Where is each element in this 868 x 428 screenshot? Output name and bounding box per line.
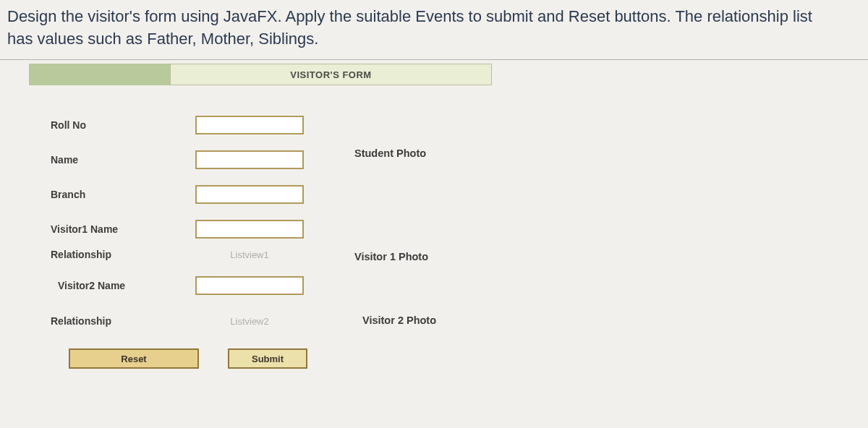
form-header: VISITOR'S FORM bbox=[29, 64, 492, 85]
input-name[interactable] bbox=[195, 150, 304, 169]
label-relationship2: Relationship bbox=[29, 315, 181, 327]
label-student-photo: Student Photo bbox=[354, 147, 426, 159]
reset-button[interactable]: Reset bbox=[69, 348, 199, 369]
label-visitor2-photo: Visitor 2 Photo bbox=[362, 314, 436, 326]
row-branch: Branch bbox=[29, 185, 492, 204]
input-rollno[interactable] bbox=[195, 116, 304, 134]
label-relationship1: Relationship bbox=[29, 249, 181, 260]
question-text: Design the visitor's form using JavaFX. … bbox=[0, 0, 868, 60]
label-visitor2name: Visitor2 Name bbox=[29, 280, 181, 291]
visitor-form: VISITOR'S FORM Roll No Name Branch Visit… bbox=[29, 64, 492, 385]
row-visitor1name: Visitor1 Name bbox=[29, 220, 492, 239]
question-line2: has values such as Father, Mother, Sibli… bbox=[7, 30, 318, 48]
label-rollno: Roll No bbox=[29, 119, 181, 131]
label-visitor1-photo: Visitor 1 Photo bbox=[354, 251, 428, 262]
row-visitor2name: Visitor2 Name bbox=[29, 276, 492, 295]
input-branch[interactable] bbox=[195, 185, 304, 204]
row-rollno: Roll No bbox=[29, 116, 492, 134]
submit-button[interactable]: Submit bbox=[228, 348, 307, 369]
listview2[interactable]: Listview2 bbox=[230, 316, 268, 327]
page: Design the visitor's form using JavaFX. … bbox=[0, 0, 868, 428]
row-buttons: Reset Submit bbox=[29, 348, 492, 369]
input-visitor2name[interactable] bbox=[195, 276, 304, 295]
label-visitor1name: Visitor1 Name bbox=[29, 223, 181, 235]
label-branch: Branch bbox=[29, 189, 181, 200]
label-name: Name bbox=[29, 154, 181, 166]
header-accent bbox=[29, 64, 170, 85]
question-line1: Design the visitor's form using JavaFX. … bbox=[7, 7, 812, 25]
listview1[interactable]: Listview1 bbox=[230, 249, 268, 260]
form-title: VISITOR'S FORM bbox=[170, 64, 492, 85]
input-visitor1name[interactable] bbox=[195, 220, 304, 239]
